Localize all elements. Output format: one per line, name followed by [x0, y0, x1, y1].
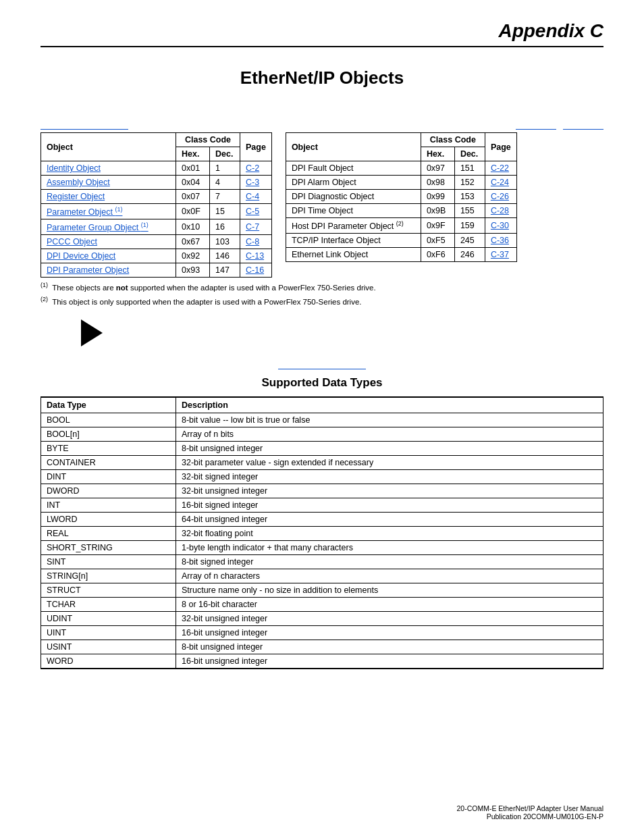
page-link-c22[interactable]: C-22 — [491, 163, 509, 173]
table-row: Identity Object 0x011C-2 — [41, 161, 272, 176]
right-table-header-classcode: Class Code — [421, 133, 485, 147]
list-item: WORD16-bit unsigned integer — [41, 654, 603, 669]
decorative-lines — [41, 129, 603, 130]
dpi-time-object-label: DPI Time Object — [286, 204, 421, 218]
page-link-c5[interactable]: C-5 — [246, 207, 259, 216]
list-item: STRUCTStructure name only - no size in a… — [41, 583, 603, 597]
right-arrow-icon — [81, 319, 103, 346]
page-link-c16[interactable]: C-16 — [246, 265, 264, 275]
right-table-subheader-hex: Hex. — [421, 147, 454, 161]
dpi-parameter-object-link[interactable]: DPI Parameter Object — [47, 265, 129, 275]
dpi-diagnostic-object-label: DPI Diagnostic Object — [286, 190, 421, 204]
list-item: LWORD64-bit unsigned integer — [41, 512, 603, 526]
list-item: USINT8-bit unsigned integer — [41, 640, 603, 654]
footnote-1: (1) These objects are not supported when… — [41, 282, 603, 292]
register-object-link[interactable]: Register Object — [47, 192, 105, 201]
footnote-2: (2) This object is only supported when t… — [41, 296, 603, 306]
list-item: DINT32-bit signed integer — [41, 469, 603, 484]
data-types-table: Data Type Description BOOL8-bit value --… — [41, 396, 603, 669]
description-col-header: Description — [176, 397, 603, 413]
list-item: BOOL8-bit value -- low bit is true or fa… — [41, 413, 603, 427]
list-item: SINT8-bit signed integer — [41, 554, 603, 569]
table-row: DPI Diagnostic Object 0x99153C-26 — [286, 190, 516, 204]
supported-data-types-title: Supported Data Types — [41, 376, 603, 390]
right-decorative-underline-2 — [563, 129, 603, 130]
list-item: BYTE8-bit unsigned integer — [41, 441, 603, 455]
table-row: Parameter Object (1) 0x0F15C-5 — [41, 204, 272, 219]
dpi-device-object-link[interactable]: DPI Device Object — [47, 251, 115, 261]
table-row: Host DPI Parameter Object (2) 0x9F159C-3… — [286, 218, 516, 234]
page-title: EtherNet/IP Objects — [41, 68, 603, 88]
right-table-subheader-dec: Dec. — [454, 147, 485, 161]
table-row: DPI Alarm Object 0x98152C-24 — [286, 176, 516, 190]
tables-section: Object Class Code Page Hex. Dec. Identit… — [41, 132, 603, 278]
page-link-c2[interactable]: C-2 — [246, 163, 259, 173]
page-link-c26[interactable]: C-26 — [491, 192, 509, 201]
arrow-indicator — [81, 319, 603, 348]
section-divider — [278, 369, 366, 369]
list-item: UINT16-bit unsigned integer — [41, 625, 603, 640]
dpi-fault-object-label: DPI Fault Object — [286, 161, 421, 176]
footer-line2: Publication 20COMM-UM010G-EN-P — [457, 812, 603, 820]
page-link-c30[interactable]: C-30 — [491, 221, 509, 230]
tcpip-interface-object-label: TCP/IP Interface Object — [286, 234, 421, 248]
table-row: DPI Time Object 0x9B155C-28 — [286, 204, 516, 218]
parameter-object-link[interactable]: Parameter Object (1) — [47, 207, 122, 217]
page-link-c13[interactable]: C-13 — [246, 251, 264, 261]
left-table-header-classcode: Class Code — [176, 133, 240, 147]
list-item: INT16-bit signed integer — [41, 498, 603, 512]
page-link-c37[interactable]: C-37 — [491, 250, 509, 259]
list-item: BOOL[n]Array of n bits — [41, 427, 603, 441]
left-table-subheader-hex: Hex. — [176, 147, 210, 161]
right-object-table: Object Class Code Page Hex. Dec. DPI Fau… — [286, 132, 517, 262]
list-item: STRING[n]Array of n characters — [41, 569, 603, 583]
parameter-group-object-link[interactable]: Parameter Group Object (1) — [47, 223, 149, 232]
list-item: SHORT_STRING1-byte length indicator + th… — [41, 540, 603, 554]
page-footer: 20-COMM-E EtherNet/IP Adapter User Manua… — [457, 804, 603, 820]
page-link-c7[interactable]: C-7 — [246, 222, 259, 232]
right-table-header-object: Object — [286, 133, 421, 161]
page-link-c4[interactable]: C-4 — [246, 192, 259, 201]
left-object-table: Object Class Code Page Hex. Dec. Identit… — [41, 132, 272, 278]
table-row: Assembly Object 0x044C-3 — [41, 176, 272, 190]
table-row: TCP/IP Interface Object 0xF5245C-36 — [286, 234, 516, 248]
list-item: TCHAR8 or 16-bit character — [41, 597, 603, 611]
left-table-subheader-dec: Dec. — [210, 147, 240, 161]
left-table-header-page: Page — [240, 133, 272, 161]
list-item: CONTAINER32-bit parameter value - sign e… — [41, 455, 603, 469]
table-row: DPI Parameter Object 0x93147C-16 — [41, 263, 272, 278]
assembly-object-link[interactable]: Assembly Object — [47, 178, 110, 187]
page-link-c3[interactable]: C-3 — [246, 178, 259, 187]
right-decorative-underline-1 — [516, 129, 556, 130]
data-type-col-header: Data Type — [41, 397, 176, 413]
list-item: REAL32-bit floating point — [41, 526, 603, 540]
right-table-header-page: Page — [485, 133, 516, 161]
pccc-object-link[interactable]: PCCC Object — [47, 237, 97, 246]
page-link-c24[interactable]: C-24 — [491, 178, 509, 187]
page-header: Appendix C — [41, 20, 603, 47]
table-row: Ethernet Link Object 0xF6246C-37 — [286, 248, 516, 262]
table-row: DPI Fault Object 0x97151C-22 — [286, 161, 516, 176]
table-row: Parameter Group Object (1) 0x1016C-7 — [41, 219, 272, 235]
appendix-title: Appendix C — [498, 20, 603, 42]
list-item: DWORD32-bit unsigned integer — [41, 484, 603, 498]
left-decorative-underline — [41, 129, 128, 130]
table-row: PCCC Object 0x67103C-8 — [41, 235, 272, 249]
list-item: UDINT32-bit unsigned integer — [41, 611, 603, 625]
table-row: DPI Device Object 0x92146C-13 — [41, 249, 272, 263]
footer-line1: 20-COMM-E EtherNet/IP Adapter User Manua… — [457, 804, 603, 812]
host-dpi-parameter-object-label: Host DPI Parameter Object (2) — [286, 218, 421, 234]
dpi-alarm-object-label: DPI Alarm Object — [286, 176, 421, 190]
table-row: Register Object 0x077C-4 — [41, 190, 272, 204]
identity-object-link[interactable]: Identity Object — [47, 163, 101, 173]
page-link-c28[interactable]: C-28 — [491, 206, 509, 215]
ethernet-link-object-label: Ethernet Link Object — [286, 248, 421, 262]
page-link-c8[interactable]: C-8 — [246, 237, 259, 246]
left-table-header-object: Object — [41, 133, 176, 161]
page-link-c36[interactable]: C-36 — [491, 236, 509, 245]
